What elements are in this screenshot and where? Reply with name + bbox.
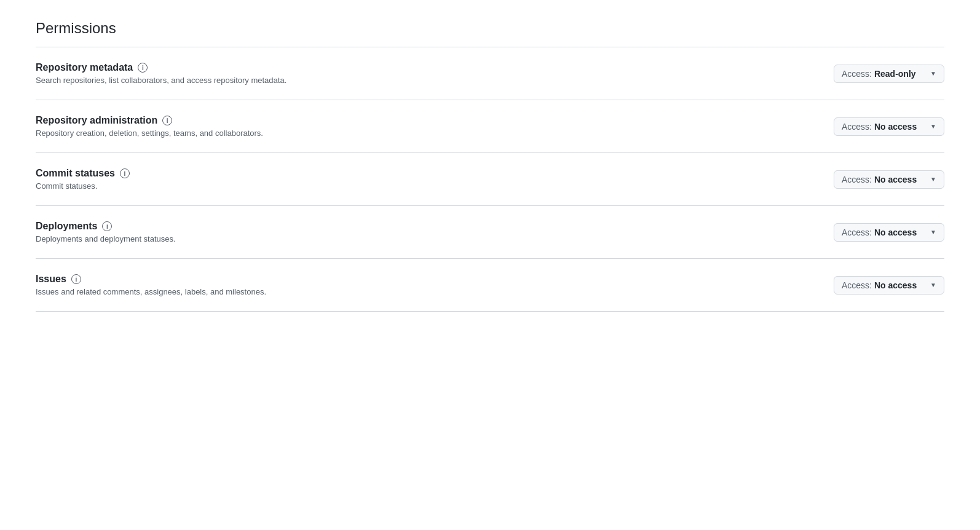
access-label-issues: Access: No access xyxy=(842,280,917,290)
divider-issues xyxy=(36,311,944,312)
access-value-deployments: No access xyxy=(874,227,917,237)
info-icon-commit-statuses: i xyxy=(120,168,130,178)
permission-info-deployments: Deployments i Deployments and deployment… xyxy=(36,221,834,243)
permission-info-repo-metadata: Repository metadata i Search repositorie… xyxy=(36,62,834,85)
permission-title-row-deployments: Deployments i xyxy=(36,221,834,232)
permissions-list: Repository metadata i Search repositorie… xyxy=(36,47,944,312)
permission-row-commit-statuses: Commit statuses i Commit statuses. Acces… xyxy=(36,153,944,205)
access-prefix-issues: Access: xyxy=(842,280,874,290)
access-dropdown-issues[interactable]: Access: No access ▼ xyxy=(834,276,944,295)
permission-title-row-commit-statuses: Commit statuses i xyxy=(36,168,834,179)
page-container: Permissions Repository metadata i Search… xyxy=(0,0,980,331)
permission-title-row-repo-metadata: Repository metadata i xyxy=(36,62,834,73)
page-title: Permissions xyxy=(36,20,944,37)
permission-name-deployments: Deployments xyxy=(36,221,97,232)
access-label-repo-administration: Access: No access xyxy=(842,122,917,132)
access-prefix-repo-administration: Access: xyxy=(842,122,874,132)
permission-name-commit-statuses: Commit statuses xyxy=(36,168,115,179)
access-value-repo-administration: No access xyxy=(874,122,917,132)
permission-name-repo-metadata: Repository metadata xyxy=(36,62,133,73)
access-value-commit-statuses: No access xyxy=(874,175,917,184)
access-prefix-commit-statuses: Access: xyxy=(842,175,874,184)
permission-row-deployments: Deployments i Deployments and deployment… xyxy=(36,206,944,258)
info-icon-repo-metadata: i xyxy=(138,63,148,73)
permission-name-issues: Issues xyxy=(36,274,66,285)
access-dropdown-repo-metadata[interactable]: Access: Read-only ▼ xyxy=(834,65,944,83)
access-label-deployments: Access: No access xyxy=(842,227,917,237)
access-dropdown-deployments[interactable]: Access: No access ▼ xyxy=(834,223,944,242)
permission-title-row-issues: Issues i xyxy=(36,274,834,285)
access-value-issues: No access xyxy=(874,280,917,290)
access-prefix-repo-metadata: Access: xyxy=(842,69,874,79)
permission-description-repo-metadata: Search repositories, list collaborators,… xyxy=(36,76,834,85)
permission-row-issues: Issues i Issues and related comments, as… xyxy=(36,259,944,311)
info-icon-deployments: i xyxy=(102,221,112,231)
permission-row-repo-metadata: Repository metadata i Search repositorie… xyxy=(36,47,944,100)
access-prefix-deployments: Access: xyxy=(842,227,874,237)
dropdown-arrow-repo-metadata: ▼ xyxy=(930,70,936,77)
permission-info-issues: Issues i Issues and related comments, as… xyxy=(36,274,834,296)
dropdown-arrow-commit-statuses: ▼ xyxy=(930,176,936,183)
dropdown-arrow-repo-administration: ▼ xyxy=(930,123,936,130)
permission-name-repo-administration: Repository administration xyxy=(36,115,157,126)
info-icon-repo-administration: i xyxy=(162,116,172,125)
info-icon-issues: i xyxy=(71,274,81,284)
permission-title-row-repo-administration: Repository administration i xyxy=(36,115,834,126)
permission-row-repo-administration: Repository administration i Repository c… xyxy=(36,100,944,152)
dropdown-arrow-issues: ▼ xyxy=(930,282,936,288)
access-label-commit-statuses: Access: No access xyxy=(842,175,917,184)
dropdown-arrow-deployments: ▼ xyxy=(930,229,936,235)
access-dropdown-commit-statuses[interactable]: Access: No access ▼ xyxy=(834,170,944,189)
permission-description-repo-administration: Repository creation, deletion, settings,… xyxy=(36,129,834,138)
permission-info-repo-administration: Repository administration i Repository c… xyxy=(36,115,834,138)
access-value-repo-metadata: Read-only xyxy=(874,69,916,79)
permission-info-commit-statuses: Commit statuses i Commit statuses. xyxy=(36,168,834,191)
access-dropdown-repo-administration[interactable]: Access: No access ▼ xyxy=(834,117,944,136)
access-label-repo-metadata: Access: Read-only xyxy=(842,69,916,79)
permission-description-deployments: Deployments and deployment statuses. xyxy=(36,234,834,243)
permission-description-commit-statuses: Commit statuses. xyxy=(36,181,834,191)
permission-description-issues: Issues and related comments, assignees, … xyxy=(36,287,834,296)
